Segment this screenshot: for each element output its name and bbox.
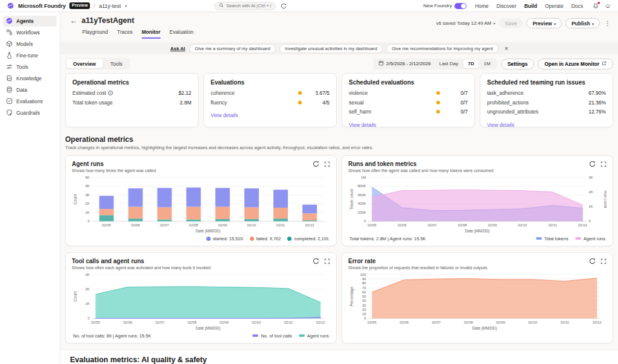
chart-legend: started: 15,520failed: 9,702completed: 2… — [206, 236, 329, 241]
legend-label: Total tokens — [544, 236, 569, 241]
warning-dot-icon — [436, 101, 440, 104]
external-link-icon — [602, 61, 607, 67]
date-range-picker[interactable]: 2/5/2026 - 2/12/2026 — [375, 60, 434, 67]
sidebar-item-workflows[interactable]: Workflows — [3, 27, 57, 38]
metric-label: Total token usage — [72, 100, 173, 106]
svg-text:02/08: 02/08 — [464, 321, 473, 324]
warning-dot-icon — [298, 91, 302, 95]
range-option-last-day[interactable]: Last Day — [435, 60, 463, 68]
preview-badge: Preview — [69, 2, 90, 8]
tab-traces[interactable]: Traces — [117, 29, 133, 39]
chevron-down-icon: ▾ — [554, 22, 556, 26]
view-details-link[interactable]: View details — [487, 122, 514, 128]
sidebar-item-fine-tune[interactable]: Fine-tune — [3, 50, 57, 61]
feedback-smiley-icon[interactable]: ☺ — [604, 2, 612, 10]
open-azure-monitor-button[interactable]: Open in Azure Monitor — [538, 59, 613, 69]
view-tab-overview[interactable]: Overview — [66, 59, 103, 68]
card-title: Evaluations — [211, 79, 330, 86]
publish-button[interactable]: Publish ▾ — [565, 18, 600, 28]
copilot-icon[interactable] — [589, 258, 596, 264]
date-range-group: 2/5/2026 - 2/12/2026 Last Day7D1M — [373, 59, 497, 69]
new-foundry-toggle-group: New Foundry — [423, 3, 467, 9]
metric-label-text: violence — [349, 90, 368, 96]
metric-label: violence — [349, 90, 436, 96]
search-input[interactable] — [226, 3, 271, 8]
copilot-icon[interactable] — [313, 258, 319, 264]
preview-button[interactable]: Preview ▾ — [526, 18, 562, 28]
project-selector[interactable]: a11y-test — [99, 3, 121, 9]
metric-card-scheduled-evaluations: Scheduled evaluationsviolence0/7sexual0/… — [342, 73, 475, 127]
info-icon[interactable]: i — [108, 91, 113, 95]
metric-value: 0/7 — [450, 109, 468, 115]
sidebar-item-models[interactable]: Models — [3, 39, 57, 49]
svg-text:Date (MM/DD): Date (MM/DD) — [196, 229, 220, 234]
version-selector[interactable]: v6 saved Today 12:49 AM ▾ — [436, 21, 495, 26]
metric-row: fluency4/5 — [211, 100, 330, 106]
metric-card-evaluations: Evaluationscoherence3.67/5fluency4/5View… — [203, 73, 337, 127]
more-options-icon[interactable]: ⋮ — [604, 20, 612, 27]
sidebar-item-data[interactable]: Data — [3, 85, 57, 95]
svg-text:400K: 400K — [358, 202, 366, 205]
back-arrow-icon[interactable]: ← — [70, 16, 77, 25]
sidebar-item-tools[interactable]: Tools — [3, 62, 57, 72]
expand-icon[interactable] — [323, 258, 330, 264]
svg-text:Date (MM/DD): Date (MM/DD) — [196, 326, 220, 331]
tab-monitor[interactable]: Monitor — [142, 29, 161, 39]
nav-docs[interactable]: Docs — [572, 3, 583, 9]
expand-icon[interactable] — [323, 161, 330, 167]
expand-icon[interactable] — [600, 161, 607, 167]
copilot-icon[interactable] — [589, 161, 596, 167]
svg-text:Token count: Token count — [349, 189, 354, 210]
ask-ai-label[interactable]: Ask AI — [170, 46, 185, 51]
legend-swatch-icon — [536, 237, 542, 240]
svg-text:02/11: 02/11 — [276, 223, 285, 227]
view-details-link[interactable]: View details — [349, 122, 376, 128]
svg-text:02/12: 02/12 — [578, 223, 587, 227]
legend-item: failed: 9,702 — [250, 236, 281, 241]
metric-label: task_adherence — [487, 90, 588, 96]
sidebar-item-agents[interactable]: Agents — [3, 16, 57, 27]
range-option-1m[interactable]: 1M — [480, 60, 495, 68]
metric-row: sexual0/7 — [349, 100, 468, 106]
range-option-7d[interactable]: 7D — [464, 60, 478, 68]
notifications-bell-icon[interactable] — [591, 2, 600, 10]
svg-text:2K: 2K — [85, 287, 89, 291]
toggle-label: New Foundry — [423, 3, 452, 8]
copilot-icon[interactable] — [279, 2, 288, 10]
nav-home[interactable]: Home — [475, 3, 489, 9]
nav-discover[interactable]: Discover — [497, 3, 517, 9]
expand-icon[interactable] — [600, 258, 607, 264]
view-tab-tools[interactable]: Tools — [104, 59, 129, 68]
legend-label: No. of tool calls — [261, 333, 291, 339]
svg-text:02/12: 02/12 — [316, 321, 325, 324]
view-details-link[interactable]: View details — [211, 112, 238, 118]
svg-text:10: 10 — [362, 312, 366, 316]
nav-build[interactable]: Build — [524, 3, 537, 9]
sidebar-item-guardrails[interactable]: Guardrails — [3, 107, 57, 118]
charts-grid: Agent runsShows how many times the agent… — [60, 155, 618, 343]
svg-text:0: 0 — [589, 219, 591, 223]
svg-text:200K: 200K — [358, 211, 366, 214]
sidebar-item-evaluations[interactable]: Evaluations — [3, 96, 57, 107]
close-icon[interactable]: × — [505, 45, 508, 52]
ask-ai-chip[interactable]: Give me recommendations for improving my… — [386, 44, 499, 53]
settings-button[interactable]: Settings — [501, 59, 535, 69]
tab-playground[interactable]: Playground — [82, 29, 108, 39]
new-foundry-toggle[interactable] — [454, 3, 467, 9]
tab-evaluation[interactable]: Evaluation — [170, 29, 194, 39]
metric-row: task_adherence67.90% — [487, 90, 606, 96]
nav-operate[interactable]: Operate — [545, 3, 564, 9]
svg-text:1K: 1K — [85, 302, 89, 305]
save-button[interactable]: Save — [499, 18, 523, 28]
legend-swatch-icon — [250, 237, 254, 241]
chart-footer: started: 15,520failed: 9,702completed: 2… — [72, 235, 330, 243]
search-box[interactable] — [214, 2, 276, 10]
ask-ai-chip[interactable]: Investigate unusual activities in my das… — [279, 44, 383, 53]
legend-swatch-icon — [575, 237, 581, 240]
legend-item: started: 15,520 — [206, 236, 243, 241]
ask-ai-chip[interactable]: Give me a summary of my dashboard — [190, 44, 276, 53]
copilot-icon[interactable] — [313, 161, 319, 167]
svg-text:4K: 4K — [85, 184, 89, 188]
svg-text:0: 0 — [364, 317, 366, 321]
sidebar-item-knowledge[interactable]: Knowledge — [3, 73, 57, 84]
